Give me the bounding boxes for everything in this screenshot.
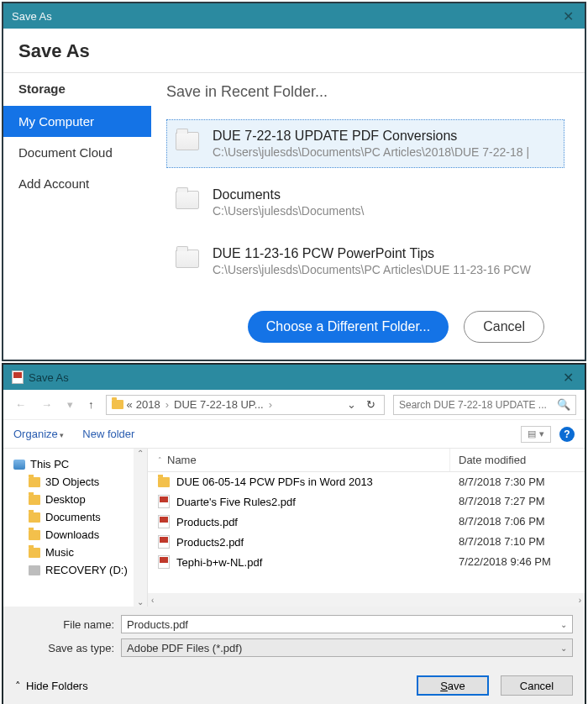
- filename-input[interactable]: Products.pdf ⌄: [121, 615, 573, 633]
- folder-icon: [176, 191, 199, 209]
- organize-menu[interactable]: Organize: [13, 428, 64, 440]
- file-date: 8/7/2018 7:27 PM: [450, 493, 585, 510]
- window-title: Save As: [29, 371, 69, 384]
- chevron-down-icon[interactable]: ▾: [64, 398, 76, 411]
- sidebar-item-add-account[interactable]: Add Account: [3, 168, 151, 199]
- folder-name: DUE 7-22-18 UPDATE PDF Conversions: [213, 129, 529, 144]
- save-as-type-value: Adobe PDF Files (*.pdf): [127, 642, 242, 654]
- filename-value: Products.pdf: [127, 618, 188, 631]
- nav-forward-icon[interactable]: →: [38, 398, 55, 411]
- folder-icon: [29, 495, 40, 505]
- dialog-footer: ˄ Hide Folders Save Cancel: [3, 667, 585, 704]
- tree-item-label: Downloads: [45, 528, 99, 541]
- chevron-down-icon[interactable]: ⌄: [560, 620, 567, 629]
- tree-scrollbar[interactable]: ⌃⌄: [134, 449, 147, 607]
- hide-folders-label: Hide Folders: [26, 680, 88, 692]
- storage-sidebar: Storage My Computer Document Cloud Add A…: [3, 73, 151, 360]
- file-date: 8/7/2018 7:06 PM: [450, 513, 585, 530]
- folder-icon: [158, 477, 170, 487]
- tree-item-music[interactable]: Music: [13, 544, 144, 561]
- column-header-name[interactable]: ˄ Name: [148, 449, 450, 471]
- tree-item-desktop[interactable]: Desktop: [13, 491, 144, 508]
- breadcrumb-item[interactable]: DUE 7-22-18 UP...: [174, 398, 264, 411]
- file-date: 8/7/2018 7:10 PM: [450, 533, 585, 550]
- sidebar-item-label: Document Cloud: [18, 145, 113, 160]
- titlebar: Save As ✕: [3, 3, 585, 29]
- folder-icon: [29, 530, 40, 540]
- recent-folder-row[interactable]: DUE 7-22-18 UPDATE PDF Conversions C:\Us…: [166, 119, 564, 168]
- tree-item-3d-objects[interactable]: 3D Objects: [13, 473, 144, 491]
- chevron-down-icon[interactable]: ⌄: [560, 644, 567, 653]
- folder-icon: [176, 250, 199, 268]
- tree-item-label: Music: [45, 546, 74, 559]
- tree-item-label: Documents: [45, 511, 101, 523]
- tree-item-label: RECOVERY (D:): [45, 564, 128, 576]
- tree-item-label: Desktop: [45, 493, 86, 506]
- save-button[interactable]: Save: [417, 675, 489, 696]
- sidebar-item-my-computer[interactable]: My Computer: [3, 106, 151, 137]
- folder-icon: [29, 548, 40, 558]
- sidebar-item-label: Add Account: [18, 176, 89, 191]
- save-fields: File name: Products.pdf ⌄ Save as type: …: [3, 607, 585, 667]
- folder-name: Documents: [213, 187, 365, 202]
- sidebar-item-document-cloud[interactable]: Document Cloud: [3, 137, 151, 168]
- file-name: Products2.pdf: [176, 536, 244, 549]
- pc-icon: [13, 460, 25, 470]
- cancel-button[interactable]: Cancel: [464, 311, 544, 343]
- refresh-icon[interactable]: ↻: [363, 398, 379, 411]
- file-name: Duarte's Five Rules2.pdf: [176, 496, 296, 508]
- file-list-header: ˄ Name Date modified: [148, 449, 585, 472]
- close-icon[interactable]: ✕: [559, 8, 576, 24]
- breadcrumb-item[interactable]: 2018: [136, 398, 160, 411]
- pdf-file-icon: [158, 495, 170, 508]
- file-name: Tephi-b+w-NL.pdf: [176, 556, 262, 569]
- folder-tree: This PC 3D Objects Desktop Documents Dow…: [3, 449, 148, 607]
- toolbar: Organize New folder ▤ ▾ ?: [3, 420, 585, 449]
- folder-path: C:\Users\julesds\Documents\PC Articles\D…: [213, 263, 531, 276]
- column-label: Name: [167, 454, 197, 466]
- folder-icon: [112, 400, 123, 409]
- pdf-file-icon: [158, 535, 170, 549]
- nav-back-icon[interactable]: ←: [12, 398, 29, 411]
- folder-path: C:\Users\julesds\Documents\: [213, 204, 365, 218]
- tree-item-this-pc[interactable]: This PC: [13, 455, 144, 473]
- breadcrumb[interactable]: « 2018 › DUE 7-22-18 UP... › ⌄ ↻: [106, 395, 386, 415]
- file-row[interactable]: Products2.pdf 8/7/2018 7:10 PM: [148, 532, 585, 552]
- tree-item-label: 3D Objects: [45, 475, 99, 488]
- file-name: DUE 06-05-14 PCW PDFs in Word 2013: [176, 475, 373, 488]
- search-box[interactable]: 🔍: [393, 395, 576, 415]
- help-icon[interactable]: ?: [559, 427, 575, 442]
- file-row[interactable]: Tephi-b+w-NL.pdf 7/22/2018 9:46 PM: [148, 552, 585, 572]
- file-row[interactable]: Products.pdf 8/7/2018 7:06 PM: [148, 512, 585, 532]
- recent-folder-row[interactable]: DUE 11-23-16 PCW PowerPoint Tips C:\User…: [166, 237, 564, 286]
- folder-icon: [29, 477, 40, 487]
- recent-folder-row[interactable]: Documents C:\Users\julesds\Documents\: [166, 178, 564, 227]
- breadcrumb-prefix[interactable]: «: [127, 398, 133, 411]
- save-as-type-select[interactable]: Adobe PDF Files (*.pdf) ⌄: [121, 638, 573, 657]
- column-header-date[interactable]: Date modified: [450, 449, 585, 471]
- view-options-button[interactable]: ▤ ▾: [521, 426, 551, 443]
- search-input[interactable]: [399, 399, 557, 411]
- titlebar: Save As ✕: [3, 365, 585, 390]
- search-icon[interactable]: 🔍: [557, 398, 570, 411]
- tree-item-documents[interactable]: Documents: [13, 508, 144, 526]
- storage-header: Storage: [3, 73, 151, 106]
- file-row[interactable]: DUE 06-05-14 PCW PDFs in Word 2013 8/7/2…: [148, 472, 585, 491]
- file-list-scrollbar[interactable]: ‹›: [148, 593, 585, 607]
- file-row[interactable]: Duarte's Five Rules2.pdf 8/7/2018 7:27 P…: [148, 491, 585, 512]
- hide-folders-toggle[interactable]: ˄ Hide Folders: [15, 680, 88, 692]
- new-folder-button[interactable]: New folder: [82, 428, 134, 440]
- tree-item-downloads[interactable]: Downloads: [13, 526, 144, 544]
- choose-different-folder-button[interactable]: Choose a Different Folder...: [248, 311, 449, 343]
- column-label: Date modified: [459, 454, 526, 466]
- breadcrumb-dropdown-icon[interactable]: ⌄: [344, 398, 360, 411]
- close-icon[interactable]: ✕: [559, 370, 576, 386]
- tree-item-label: This PC: [30, 458, 69, 470]
- windows-save-as-dialog: Save As ✕ ← → ▾ ↑ « 2018 › DUE 7-22-18 U…: [2, 363, 586, 704]
- tree-item-recovery-d[interactable]: RECOVERY (D:): [13, 561, 144, 579]
- cancel-button[interactable]: Cancel: [501, 675, 573, 696]
- pdf-file-icon: [158, 555, 170, 569]
- save-as-type-label: Save as type:: [15, 642, 114, 654]
- folder-path: C:\Users\julesds\Documents\PC Articles\2…: [213, 145, 529, 159]
- nav-up-icon[interactable]: ↑: [85, 398, 97, 411]
